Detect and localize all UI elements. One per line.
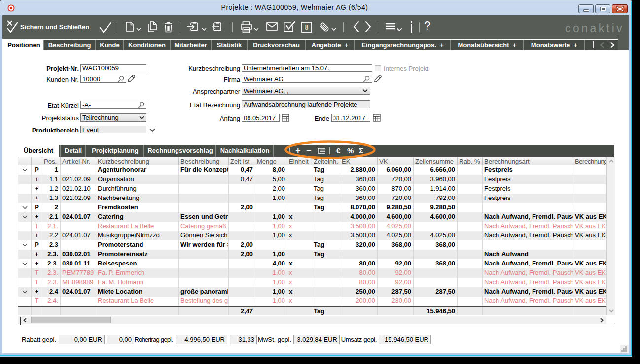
svg-text:8: 8 <box>305 24 309 31</box>
